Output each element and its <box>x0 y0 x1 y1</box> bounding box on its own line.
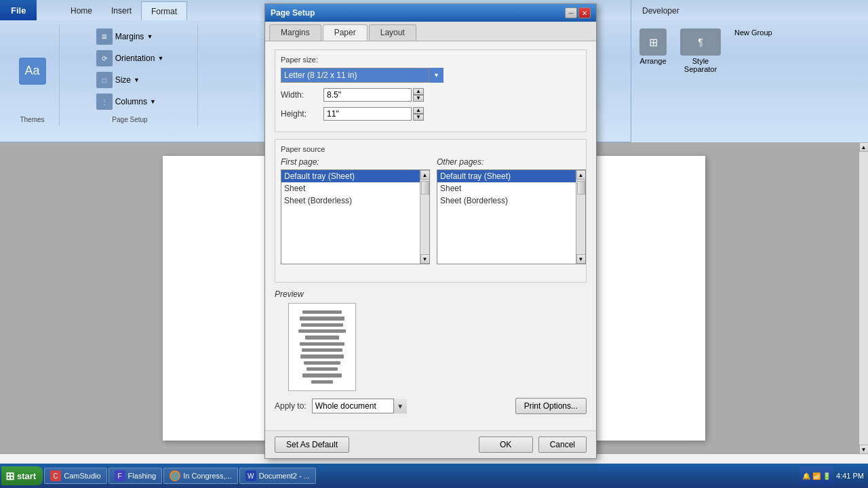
preview-line-7 <box>302 348 342 352</box>
arrange-button[interactable]: ⊞ Arrange <box>637 27 669 75</box>
developer-tab[interactable]: Developer <box>634 1 688 20</box>
height-spinner-down[interactable]: ▼ <box>413 114 424 121</box>
sys-tray[interactable]: 🔔 📶 🔋 <box>800 466 833 485</box>
first-page-listbox[interactable]: Default tray (Sheet) Sheet Sheet (Border… <box>281 169 430 264</box>
height-row: Height: ▲ ▼ <box>281 107 580 121</box>
preview-label: Preview <box>275 289 587 299</box>
print-options-button[interactable]: Print Options... <box>515 398 587 414</box>
clock: 4:41 PM <box>836 471 864 481</box>
themes-content: Aa <box>16 27 49 116</box>
dialog-buttons: Set As Default OK Cancel <box>265 430 596 458</box>
first-page-item-0[interactable]: Default tray (Sheet) <box>281 170 429 182</box>
page-setup-row2: ⟳ Orientation ▼ <box>94 49 167 68</box>
size-button[interactable]: □ Size ▼ <box>94 70 142 89</box>
developer-area: Developer ⊞ Arrange ¶ StyleSeparator New… <box>631 0 868 142</box>
style-separator-button[interactable]: ¶ StyleSeparator <box>677 27 724 75</box>
file-tab[interactable]: File <box>0 0 37 20</box>
height-spinner-up[interactable]: ▲ <box>413 107 424 114</box>
width-label: Width: <box>281 90 318 100</box>
developer-content: ⊞ Arrange ¶ StyleSeparator New Group <box>631 20 868 81</box>
paper-source-title: Paper source <box>281 145 580 153</box>
taskbar-icon-1: F <box>115 470 125 481</box>
tab-format[interactable]: Format <box>141 1 187 20</box>
width-row: Width: ▲ ▼ <box>281 88 580 102</box>
dialog-close-button[interactable]: ✕ <box>578 7 591 18</box>
first-page-item-1[interactable]: Sheet <box>281 182 429 195</box>
dialog-controls: ─ ✕ <box>565 7 591 18</box>
apply-to-select[interactable]: Whole documentThis point forwardSelected… <box>312 399 407 413</box>
paper-source-section: Paper source First page: Default tray (S… <box>275 139 587 283</box>
tab-paper[interactable]: Paper <box>323 24 368 41</box>
taskbar-item-1[interactable]: F Flashing <box>108 468 163 484</box>
other-pages-listbox[interactable]: Default tray (Sheet) Sheet Sheet (Border… <box>437 169 586 264</box>
columns-button[interactable]: ⋮ Columns ▼ <box>94 92 159 111</box>
tab-insert[interactable]: Insert <box>102 1 141 20</box>
other-pages-section: Other pages: Default tray (Sheet) Sheet … <box>437 157 586 264</box>
taskbar-item-2[interactable]: 🌐 In Congress,... <box>163 468 238 484</box>
preview-line-12 <box>311 380 334 384</box>
paper-size-select[interactable]: Letter (8 1/2 x 11 in)A4LegalCustom <box>281 68 443 83</box>
op-scroll-down[interactable]: ▼ <box>576 254 586 264</box>
new-group-button[interactable]: New Group <box>732 27 775 75</box>
columns-icon: ⋮ <box>96 94 113 110</box>
width-input[interactable] <box>323 88 412 102</box>
set-as-default-button[interactable]: Set As Default <box>275 436 349 453</box>
start-icon: ⊞ <box>5 470 14 483</box>
themes-label: Themes <box>20 116 44 123</box>
margins-icon: ≡ <box>96 28 113 45</box>
style-separator-icon: ¶ <box>680 28 721 56</box>
tab-layout[interactable]: Layout <box>369 24 416 41</box>
other-pages-item-2[interactable]: Sheet (Borderless) <box>437 195 585 207</box>
taskbar-icon-0: C <box>50 470 61 481</box>
width-spinner-up[interactable]: ▲ <box>413 88 424 95</box>
op-scroll-thumb[interactable] <box>577 181 585 195</box>
orientation-button[interactable]: ⟳ Orientation ▼ <box>94 49 167 68</box>
developer-tab-row: Developer <box>631 0 868 20</box>
first-page-list: Default tray (Sheet) Sheet Sheet (Border… <box>281 170 429 264</box>
preview-box <box>288 303 356 391</box>
preview-line-5 <box>305 336 338 339</box>
dialog-titlebar: Page Setup ─ ✕ <box>265 4 596 22</box>
tab-margins[interactable]: Margins <box>269 24 321 41</box>
sources-row: First page: Default tray (Sheet) Sheet S… <box>281 157 580 270</box>
fp-scroll-up[interactable]: ▲ <box>420 170 430 180</box>
apply-to-label: Apply to: <box>275 401 307 411</box>
group-page-setup: ≡ Margins ▼ ⟳ Orientation ▼ □ Size <box>62 24 198 126</box>
preview-section: Preview <box>275 289 587 391</box>
orientation-icon: ⟳ <box>96 50 113 66</box>
preview-line-9 <box>304 361 340 365</box>
apply-to-row: Apply to: Whole documentThis point forwa… <box>275 398 587 414</box>
main-scrollbar[interactable]: ▲ ▼ <box>859 142 868 454</box>
height-input[interactable] <box>323 107 412 121</box>
width-spinner-down[interactable]: ▼ <box>413 95 424 102</box>
scroll-up[interactable]: ▲ <box>859 142 869 152</box>
dialog-body: Paper size: Letter (8 1/2 x 11 in)A4Lega… <box>265 41 596 430</box>
tab-home[interactable]: Home <box>61 1 102 20</box>
height-spinner: ▲ ▼ <box>413 107 424 121</box>
other-pages-label: Other pages: <box>437 157 586 167</box>
fp-scroll-thumb[interactable] <box>421 181 429 195</box>
dialog-title: Page Setup <box>271 8 315 18</box>
first-page-item-2[interactable]: Sheet (Borderless) <box>281 195 429 207</box>
dialog-minimize-button[interactable]: ─ <box>565 7 577 18</box>
start-button[interactable]: ⊞ start <box>1 466 43 485</box>
preview-line-2 <box>300 317 344 320</box>
fp-scroll-down[interactable]: ▼ <box>420 254 430 264</box>
size-icon: □ <box>96 72 113 88</box>
first-page-scrollbar[interactable]: ▲ ▼ <box>420 170 429 264</box>
preview-line-1 <box>302 310 341 314</box>
other-pages-item-1[interactable]: Sheet <box>437 182 585 195</box>
taskbar-item-0[interactable]: C CamStudio <box>44 468 106 484</box>
width-spinner: ▲ ▼ <box>413 88 424 102</box>
other-pages-scrollbar[interactable]: ▲ ▼ <box>576 170 585 264</box>
scroll-down[interactable]: ▼ <box>859 445 869 454</box>
preview-line-3 <box>301 323 343 327</box>
other-pages-item-0[interactable]: Default tray (Sheet) <box>437 170 585 182</box>
margins-button[interactable]: ≡ Margins ▼ <box>94 27 156 46</box>
taskbar-item-3[interactable]: W Document2 - ... <box>239 468 316 484</box>
ok-button[interactable]: OK <box>479 436 533 453</box>
themes-button[interactable]: Aa <box>16 56 49 87</box>
dialog-tabs: Margins Paper Layout <box>265 22 596 41</box>
cancel-button[interactable]: Cancel <box>538 436 587 453</box>
op-scroll-up[interactable]: ▲ <box>576 170 586 180</box>
